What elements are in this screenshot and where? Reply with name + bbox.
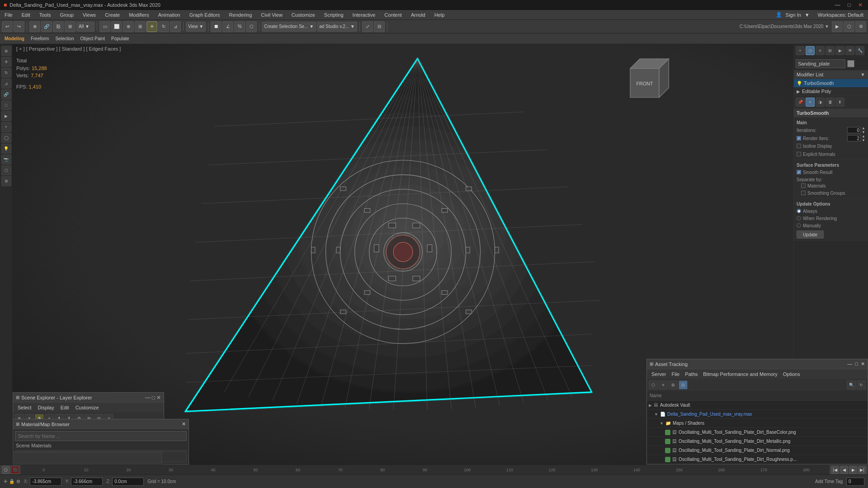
iterations-input[interactable] bbox=[847, 127, 861, 133]
percent-btn[interactable]: % bbox=[234, 21, 245, 32]
update-button[interactable]: Update bbox=[797, 230, 824, 239]
modifier-turbosmooth-item[interactable]: 💡 TurboSmooth bbox=[794, 79, 868, 87]
at-maps-expand[interactable]: ▼ bbox=[660, 421, 664, 426]
next-frame-btn[interactable]: ▶| bbox=[858, 466, 866, 474]
se-menu-display[interactable]: Display bbox=[35, 404, 57, 411]
signin-label[interactable]: Sign In bbox=[786, 12, 801, 18]
at-col-name[interactable]: Name bbox=[650, 393, 865, 398]
at-btn-4[interactable]: ⊟ bbox=[679, 380, 688, 389]
menu-rendering[interactable]: Rendering bbox=[225, 10, 257, 19]
render-iters-checkbox[interactable]: ✓ bbox=[797, 136, 801, 141]
render-setup-btn[interactable]: ⚙ bbox=[855, 21, 866, 32]
modifier-list-dropdown[interactable]: ▼ bbox=[860, 72, 865, 77]
mirror-btn[interactable]: ⤢ bbox=[362, 21, 373, 32]
menu-animation[interactable]: Animation bbox=[154, 10, 185, 19]
menu-customize[interactable]: Customize bbox=[287, 10, 320, 19]
modifier-editablepoly-item[interactable]: ▶ Editable Poly bbox=[794, 87, 868, 95]
render-iters-input[interactable] bbox=[847, 135, 861, 141]
explicit-normals-checkbox[interactable] bbox=[797, 152, 801, 156]
create-selection-dropdown[interactable]: Create Selection Se... ▼ bbox=[262, 22, 316, 32]
link-btn[interactable]: 🔗 bbox=[41, 21, 52, 32]
spinner-snap-btn[interactable]: ⬡ bbox=[246, 21, 257, 32]
undo-btn[interactable]: ↩ bbox=[2, 21, 13, 32]
at-search-btn[interactable]: 🔍 bbox=[847, 380, 856, 389]
rp-graph-btn[interactable]: ◷ bbox=[806, 46, 815, 55]
ri-up-btn[interactable]: ▲ bbox=[862, 134, 865, 138]
at-menu-options[interactable]: Options bbox=[780, 371, 803, 378]
at-minimize-btn[interactable]: — bbox=[847, 361, 852, 367]
at-row-tex3[interactable]: 🖼 Oscillating_Multi_Tool_Sanding_Plate_D… bbox=[647, 446, 868, 455]
se-maximize-btn[interactable]: □ bbox=[152, 394, 155, 401]
se-menu-edit[interactable]: Edit bbox=[58, 404, 72, 411]
at-row-tex4[interactable]: 🖼 Oscillating_Multi_Tool_Sanding_Plate_D… bbox=[647, 455, 868, 464]
ri-down-btn[interactable]: ▼ bbox=[862, 138, 865, 142]
sidebar-scale[interactable]: ⊿ bbox=[1, 79, 11, 89]
at-btn-3[interactable]: ⊞ bbox=[669, 380, 678, 389]
turbosmooth-header[interactable]: TurboSmooth bbox=[794, 109, 868, 117]
iter-up-btn[interactable]: ▲ bbox=[862, 126, 865, 130]
menu-file[interactable]: File bbox=[0, 10, 17, 19]
bind-btn[interactable]: ⊞ bbox=[65, 21, 75, 32]
move-btn[interactable]: ✛ bbox=[146, 21, 157, 32]
mod-highlight-btn[interactable]: ◑ bbox=[816, 98, 825, 107]
rp-tools-btn[interactable]: 🔧 bbox=[855, 46, 864, 55]
x-input[interactable] bbox=[30, 478, 61, 486]
scene-explorer-controls[interactable]: — □ ✕ bbox=[145, 394, 161, 401]
at-vault-expand[interactable]: ▶ bbox=[649, 403, 652, 408]
iter-down-btn[interactable]: ▼ bbox=[862, 130, 865, 134]
menu-scripting[interactable]: Scripting bbox=[320, 10, 348, 19]
angle-snap-btn[interactable]: ∠ bbox=[222, 21, 233, 32]
viewport-dropdown[interactable]: View ▼ bbox=[186, 22, 206, 32]
menu-group[interactable]: Group bbox=[55, 10, 78, 19]
select-btn2[interactable]: ⊕ bbox=[123, 21, 134, 32]
sidebar-select[interactable]: ⊕ bbox=[1, 46, 11, 56]
select-filter-btn[interactable]: ⊞ bbox=[135, 21, 146, 32]
mode-object-paint[interactable]: Object Paint bbox=[78, 35, 108, 42]
se-close-btn[interactable]: ✕ bbox=[156, 394, 161, 401]
manually-radio[interactable] bbox=[797, 223, 801, 228]
menu-modifiers[interactable]: Modifiers bbox=[124, 10, 154, 19]
rp-layers-btn[interactable]: ≡ bbox=[816, 46, 825, 55]
mod-list-btn[interactable]: ≡ bbox=[806, 98, 815, 107]
mod-pin-btn[interactable]: 📌 bbox=[796, 98, 805, 107]
at-menu-paths[interactable]: Paths bbox=[682, 371, 700, 378]
menu-interactive[interactable]: Interactive bbox=[348, 10, 380, 19]
sidebar-geometry[interactable]: ⬡ bbox=[1, 165, 11, 175]
studio-dropdown[interactable]: ad Studio v.2... ▼ bbox=[317, 22, 357, 32]
at-file-expand[interactable]: ▼ bbox=[654, 412, 658, 417]
window-btn[interactable]: ⬜ bbox=[111, 21, 122, 32]
mode-freeform[interactable]: Freeform bbox=[28, 35, 52, 42]
signin-dropdown[interactable]: ▼ bbox=[805, 12, 810, 18]
at-window-controls[interactable]: — □ ✕ bbox=[847, 361, 865, 367]
menu-views[interactable]: Views bbox=[78, 10, 100, 19]
at-btn-2[interactable]: ≡ bbox=[659, 380, 668, 389]
at-row-max-file[interactable]: ▼ 📄 Delta_Sanding_Pad_Used_max_vray.max bbox=[647, 410, 868, 419]
render-frame-btn[interactable]: ▶ bbox=[832, 21, 843, 32]
menu-content[interactable]: Content bbox=[380, 10, 406, 19]
unlink-btn[interactable]: ⛓ bbox=[53, 21, 64, 32]
y-input[interactable] bbox=[71, 478, 103, 486]
sidebar-render[interactable]: ▶ bbox=[1, 111, 11, 121]
timeline-track[interactable]: 0 10 20 30 40 50 60 70 80 90 100 110 120… bbox=[21, 465, 829, 474]
snap-btn[interactable]: 🔲 bbox=[211, 21, 222, 32]
se-minimize-btn[interactable]: — bbox=[145, 394, 151, 401]
scale-btn[interactable]: ⊿ bbox=[170, 21, 181, 32]
at-close-btn[interactable]: ✕ bbox=[861, 361, 865, 367]
time-input[interactable] bbox=[846, 478, 864, 486]
mode-modeling[interactable]: Modeling bbox=[2, 35, 27, 42]
sidebar-lights[interactable]: 💡 bbox=[1, 144, 11, 154]
object-color-swatch[interactable] bbox=[847, 60, 854, 67]
nav-cube[interactable]: FRONT bbox=[630, 59, 669, 98]
rp-prop-btn[interactable]: ⊞ bbox=[826, 46, 835, 55]
at-menu-bitmap[interactable]: Bitmap Performance and Memory bbox=[700, 371, 780, 378]
select-region-btn[interactable]: ▭ bbox=[99, 21, 110, 32]
se-menu-select[interactable]: Select bbox=[15, 404, 34, 411]
at-row-vault[interactable]: ▶ 🏛 Autodesk Vault bbox=[647, 401, 868, 410]
align-btn[interactable]: ⊟ bbox=[374, 21, 385, 32]
menu-civil-view[interactable]: Civil View bbox=[256, 10, 287, 19]
mod-delete-btn[interactable]: 🗑 bbox=[826, 98, 835, 107]
at-row-tex2[interactable]: 🖼 Oscillating_Multi_Tool_Sanding_Plate_D… bbox=[647, 437, 868, 446]
minimize-button[interactable]: — bbox=[833, 2, 842, 8]
menu-edit[interactable]: Edit bbox=[17, 10, 35, 19]
render-quick-btn[interactable]: ⬡ bbox=[844, 21, 854, 32]
